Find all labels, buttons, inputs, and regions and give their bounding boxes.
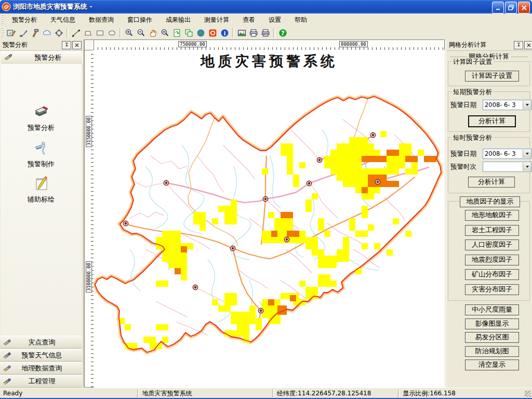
record-icon[interactable] [207,27,219,38]
resize-grip[interactable] [525,391,531,397]
globe-icon[interactable] [195,27,207,38]
pan-icon[interactable] [147,27,159,38]
print-alt-icon[interactable] [260,27,272,38]
sidebar-group-2[interactable]: 地理数据查询 [0,362,82,375]
draw-ellipse-icon[interactable] [106,27,118,38]
zoom-extent-icon[interactable] [159,27,171,38]
restore-button[interactable] [505,2,517,14]
pin-icon[interactable] [62,41,71,49]
factor-button-2[interactable]: 人口密度因子 [465,240,519,250]
status-section-3: 显示比例:166.158 [400,389,532,397]
ruler-label: 3100000.00 [86,261,92,292]
nowcast-date-combo[interactable]: 2008- 6- 3 [483,149,531,159]
bottom-button-1[interactable]: 影像图显示 [465,318,519,329]
map-edit-icon[interactable] [5,27,17,38]
sidebar-item-label: 预警分析 [28,124,55,131]
copy-icon[interactable] [183,27,195,38]
sidebar-group-label: 灾点查询 [12,338,72,347]
hammer-icon[interactable] [29,27,41,38]
bottom-button-4[interactable]: 清空显示 [465,360,519,370]
bottom-button-2[interactable]: 易发分区图 [465,332,519,343]
nowcast-time-combo[interactable] [483,162,531,172]
cloud-icon[interactable] [41,27,53,38]
tools-icon [4,53,14,63]
toolbar: i? [0,26,532,40]
locate-icon[interactable] [53,27,65,38]
right-panel-title: 网格分析计算 [449,41,513,49]
chevron-down-icon[interactable] [523,101,531,109]
image-icon[interactable] [236,27,248,38]
sidebar-item-1[interactable]: 预警制作 [1,140,82,169]
minimize-icon [496,5,501,10]
left-panel-title: 预警分析 [3,41,61,49]
minimize-button[interactable] [492,2,504,14]
menu-grip[interactable] [2,15,4,24]
menu-item-0[interactable]: 预警分析 [5,14,44,26]
menu-item-8[interactable]: 帮助 [288,14,314,26]
map-canvas[interactable]: 地质灾害预警系统 [94,50,445,388]
grid-analysis-panel: 网格分析计算 网格分析计算 计算因子设置 计算因子设置 短期预警分析 预警日期 … [446,39,532,388]
toolbar-grip[interactable] [2,28,4,38]
factor-button-0[interactable]: 地形地貌因子 [465,210,519,221]
refresh-icon[interactable] [171,27,183,38]
title-bar: 浏阳市地质灾害预警系统 - [0,0,532,14]
short-term-analyze-button[interactable]: 分析计算 [468,115,516,127]
menu-item-1[interactable]: 天气信息 [44,14,82,26]
menu-item-2[interactable]: 数据查询 [82,14,121,26]
pin-icon[interactable] [514,41,523,49]
toolbar-separator [66,28,69,37]
tool-color-icon [3,377,12,385]
menu-item-6[interactable]: 查看 [236,14,262,26]
caliper-icon [32,140,50,157]
menu-item-7[interactable]: 设置 [262,14,288,26]
bottom-button-3[interactable]: 防治规划图 [465,346,519,357]
sidebar-group-1[interactable]: 预警天气信息 [0,349,82,362]
menu-item-5[interactable]: 测量计算 [197,14,236,26]
close-icon [522,5,527,10]
close-panel-icon[interactable] [524,41,532,49]
tool-color-icon [3,351,12,360]
close-button[interactable] [518,2,530,14]
help-icon[interactable]: ? [277,27,289,38]
factor-button-3[interactable]: 地震烈度因子 [465,255,519,265]
menu-item-3[interactable]: 窗口操作 [121,14,159,26]
draw-line-icon[interactable] [70,27,82,38]
map-area: 750000.00800000.00 3150000.003100000.00 … [84,39,445,388]
close-panel-icon[interactable] [72,41,82,49]
factor-settings-button[interactable]: 计算因子设置 [465,71,519,82]
tool-gray-icon [3,364,12,373]
nowcast-time-label: 预警时次 [450,163,476,171]
factor-button-5[interactable]: 灾害分布因子 [465,284,519,295]
info-icon[interactable]: i [219,27,231,38]
status-bar: Ready地质灾害预警系统经纬度:114.226457,28.125418显示比… [0,388,532,398]
zoom-out-icon[interactable] [135,27,147,38]
ruler-label: 750000.00 [178,41,207,47]
print-icon[interactable] [248,27,260,38]
draw-polygon-icon[interactable] [82,27,94,38]
status-section-2: 经纬度:114.226457,28.125418 [274,389,398,397]
sidebar-item-0[interactable]: 预警分析 [1,103,82,132]
chevron-down-icon[interactable] [523,163,531,171]
bottom-button-0[interactable]: 中小尺度雨量 [465,304,519,315]
sidebar-group-3[interactable]: 工程管理 [0,375,82,388]
left-panel-titlebar: 预警分析 [0,39,83,51]
sidebar-item-2[interactable]: 辅助标绘 [1,175,82,204]
geo-factor-display-button[interactable]: 地质因子的显示 [460,196,520,207]
brush-icon[interactable] [17,27,29,38]
draw-rect-icon[interactable] [94,27,106,38]
sidebar-group-0[interactable]: 灾点查询 [0,336,82,349]
left-panel-header[interactable]: 预警分析 [1,51,83,64]
map-drawing[interactable] [94,50,445,388]
nowcast-date-value: 2008- 6- 3 [483,150,523,157]
short-term-date-combo[interactable]: 2008- 6- 3 [483,100,531,110]
toolbar-separator [119,28,122,37]
chevron-down-icon[interactable] [523,150,531,158]
ruler-label: 3150000.00 [86,116,92,147]
factor-button-4[interactable]: 矿山分布因子 [465,269,519,280]
zoom-in-icon[interactable] [123,27,135,38]
factor-button-1[interactable]: 岩土工程因子 [465,225,519,236]
nowcast-analyze-button[interactable]: 分析计算 [468,177,515,188]
tool-gray-icon [3,338,12,347]
menu-item-4[interactable]: 成果输出 [159,14,197,26]
nowcast-title: 短时预警分析 [451,134,494,142]
